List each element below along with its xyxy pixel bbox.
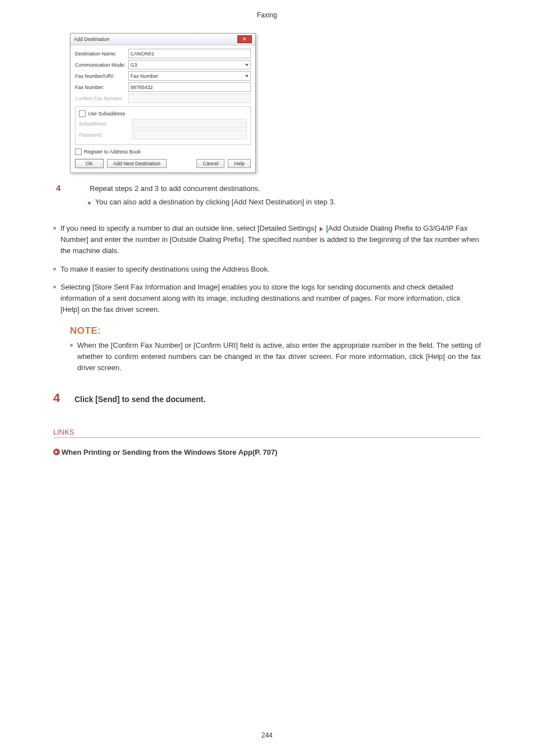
play-circle-icon [53,449,60,455]
dest-name-field[interactable]: CANON01 [128,49,251,58]
cancel-button[interactable]: Cancel [196,159,224,168]
fax-number-field[interactable]: 98765432 [128,82,251,92]
password-label: Password: [79,132,132,138]
add-next-destination-button[interactable]: Add Next Destination [107,159,167,168]
substep-text: Repeat steps 2 and 3 to add concurrent d… [90,183,481,194]
close-icon[interactable]: ✕ [237,35,252,43]
bullet-1: If you need to specify a number to dial … [60,223,481,256]
page-number: 244 [0,731,534,739]
bullet-icon [88,202,91,204]
bullet-icon [53,268,56,270]
register-addressbook-checkbox[interactable] [75,148,82,155]
bullet-3: Selecting [Store Sent Fax Information an… [60,282,481,315]
password-field [132,130,247,139]
comm-mode-label: Communication Mode: [75,62,128,68]
fax-num-uri-select[interactable]: Fax Number [128,71,251,81]
bullet-icon [53,227,56,230]
subaddress-field [132,119,247,128]
confirm-fax-field [128,94,251,103]
subaddress-label: Subaddress: [79,121,132,127]
fax-num-uri-label: Fax Number/URI: [75,73,128,79]
confirm-fax-label: Confirm Fax Number: [75,96,128,101]
link-windows-store-app[interactable]: When Printing or Sending from the Window… [62,448,278,456]
bullet-icon [53,286,56,288]
use-subaddress-checkbox[interactable] [79,110,86,117]
ok-button[interactable]: OK [75,159,104,168]
help-button[interactable]: Help [228,159,251,168]
subaddress-group: Use Subaddress Subaddress: Password: [75,106,251,145]
step-4-text: Click [Send] to send the document. [74,395,205,404]
use-subaddress-label: Use Subaddress [88,111,125,116]
dest-name-label: Destination Name: [75,51,128,57]
header-title: Faxing [53,11,481,19]
dialog-title-text: Add Destination [74,36,110,42]
substep-subtext: You can also add a destination by clicki… [95,198,336,206]
bullet-2: To make it easier to specify destination… [60,264,270,275]
note-heading: NOTE: [70,325,481,337]
chevron-down-icon [245,64,249,66]
note-text: When the [Confirm Fax Number] or [Confir… [77,340,481,374]
play-icon [320,227,323,231]
step-number-4: 4 [53,391,70,405]
register-addressbook-label: Register to Address Book [84,149,141,155]
chevron-down-icon [245,75,249,77]
links-heading: LINKS [53,428,481,438]
dialog-titlebar: Add Destination ✕ [71,34,255,45]
add-destination-dialog: Add Destination ✕ Destination Name: CANO… [70,33,256,173]
fax-number-label: Fax Number: [75,85,128,90]
bullet-icon [70,344,73,347]
substep-number: 4 [53,183,90,194]
comm-mode-select[interactable]: G3 [128,60,251,69]
